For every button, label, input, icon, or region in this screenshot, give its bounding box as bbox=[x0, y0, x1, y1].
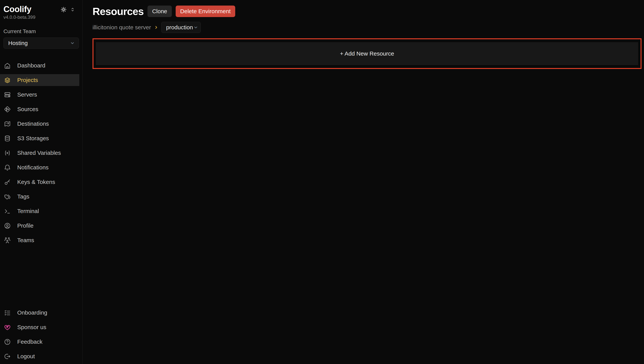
sidebar-item-onboarding[interactable]: Onboarding bbox=[0, 307, 79, 318]
current-team-label: Current Team bbox=[4, 28, 79, 34]
page-title: Resources bbox=[92, 5, 144, 17]
sidebar-item-label: Sources bbox=[17, 106, 38, 112]
clone-button[interactable]: Clone bbox=[148, 6, 172, 17]
sidebar-footer-nav: Onboarding Sponsor us Feedback Logout bbox=[0, 306, 82, 364]
variables-icon bbox=[4, 150, 11, 156]
sidebar-item-label: Terminal bbox=[17, 208, 39, 214]
team-select-value: Hosting bbox=[8, 40, 28, 46]
sidebar-item-label: Destinations bbox=[17, 120, 49, 127]
sidebar-item-sources[interactable]: Sources bbox=[0, 103, 79, 115]
git-branch-icon bbox=[4, 106, 11, 113]
sidebar-item-label: Logout bbox=[17, 353, 35, 360]
sidebar-item-dashboard[interactable]: Dashboard bbox=[0, 60, 79, 72]
page-header: Resources Clone Delete Environment bbox=[92, 5, 642, 17]
sidebar-item-s3-storages[interactable]: S3 Storages bbox=[0, 132, 79, 144]
sidebar: Coolify v4.0.0-beta.399 Current Team Hos… bbox=[0, 0, 82, 364]
breadcrumb-project-link[interactable]: illicitonion quote server bbox=[92, 24, 151, 31]
sidebar-item-projects[interactable]: Projects bbox=[0, 74, 79, 86]
chevron-down-icon bbox=[193, 24, 199, 30]
theme-toggle-button[interactable] bbox=[60, 6, 67, 13]
app-version: v4.0.0-beta.399 bbox=[4, 14, 79, 20]
home-icon bbox=[4, 62, 11, 69]
main-content: Resources Clone Delete Environment illic… bbox=[82, 0, 644, 364]
breadcrumb: illicitonion quote server production bbox=[92, 22, 642, 33]
sidebar-nav: Dashboard Projects Servers Sources Desti… bbox=[0, 58, 82, 248]
chevron-updown-icon bbox=[70, 7, 76, 12]
sidebar-item-label: Tags bbox=[17, 193, 29, 200]
onboarding-highlight-ring: + Add New Resource bbox=[92, 38, 642, 69]
sidebar-item-destinations[interactable]: Destinations bbox=[0, 118, 79, 130]
sidebar-item-shared-variables[interactable]: Shared Variables bbox=[0, 147, 79, 159]
help-circle-icon bbox=[4, 338, 11, 346]
chevron-right-icon bbox=[154, 25, 158, 30]
sidebar-item-teams[interactable]: Teams bbox=[0, 234, 79, 246]
sidebar-item-label: Notifications bbox=[17, 164, 48, 171]
bell-icon bbox=[4, 164, 11, 171]
sidebar-header: Coolify v4.0.0-beta.399 Current Team Hos… bbox=[0, 4, 82, 49]
heart-hands-icon bbox=[4, 324, 11, 331]
delete-environment-button[interactable]: Delete Environment bbox=[176, 6, 235, 17]
key-icon bbox=[4, 178, 11, 186]
sidebar-item-terminal[interactable]: Terminal bbox=[0, 205, 79, 217]
users-icon bbox=[4, 237, 11, 244]
sidebar-item-label: Shared Variables bbox=[17, 150, 61, 156]
logout-icon bbox=[4, 353, 11, 360]
map-icon bbox=[4, 120, 11, 128]
checklist-icon bbox=[4, 309, 11, 316]
sidebar-item-feedback[interactable]: Feedback bbox=[0, 336, 79, 348]
server-icon bbox=[4, 91, 11, 98]
user-circle-icon bbox=[4, 222, 11, 229]
app-logo[interactable]: Coolify bbox=[4, 4, 32, 14]
sidebar-item-label: Profile bbox=[17, 222, 34, 229]
layers-icon bbox=[4, 77, 11, 84]
sidebar-item-label: Onboarding bbox=[17, 310, 47, 316]
sidebar-item-label: Teams bbox=[17, 237, 34, 244]
database-icon bbox=[4, 135, 11, 142]
sidebar-item-label: Projects bbox=[17, 77, 38, 83]
sidebar-item-label: Feedback bbox=[17, 338, 42, 345]
sidebar-item-servers[interactable]: Servers bbox=[0, 89, 79, 100]
add-new-resource-button[interactable]: + Add New Resource bbox=[96, 42, 639, 66]
sidebar-item-label: S3 Storages bbox=[17, 135, 49, 142]
tags-icon bbox=[4, 193, 11, 200]
sun-icon bbox=[60, 6, 67, 13]
environment-select[interactable]: production bbox=[161, 22, 201, 33]
sidebar-item-label: Keys & Tokens bbox=[17, 179, 55, 185]
sidebar-item-label: Dashboard bbox=[17, 62, 46, 69]
sidebar-item-label: Servers bbox=[17, 92, 37, 98]
app-window: Coolify v4.0.0-beta.399 Current Team Hos… bbox=[0, 0, 644, 364]
environment-select-value: production bbox=[166, 24, 193, 31]
sidebar-collapse-button[interactable] bbox=[70, 7, 76, 12]
chevron-down-icon bbox=[70, 40, 75, 46]
sidebar-item-logout[interactable]: Logout bbox=[0, 350, 79, 362]
sidebar-item-keys-tokens[interactable]: Keys & Tokens bbox=[0, 176, 79, 188]
team-select[interactable]: Hosting bbox=[4, 38, 79, 49]
sidebar-item-notifications[interactable]: Notifications bbox=[0, 162, 79, 174]
sidebar-item-label: Sponsor us bbox=[17, 324, 46, 330]
sidebar-item-profile[interactable]: Profile bbox=[0, 220, 79, 232]
terminal-icon bbox=[4, 208, 11, 215]
sidebar-item-tags[interactable]: Tags bbox=[0, 190, 79, 202]
sidebar-item-sponsor-us[interactable]: Sponsor us bbox=[0, 321, 79, 333]
